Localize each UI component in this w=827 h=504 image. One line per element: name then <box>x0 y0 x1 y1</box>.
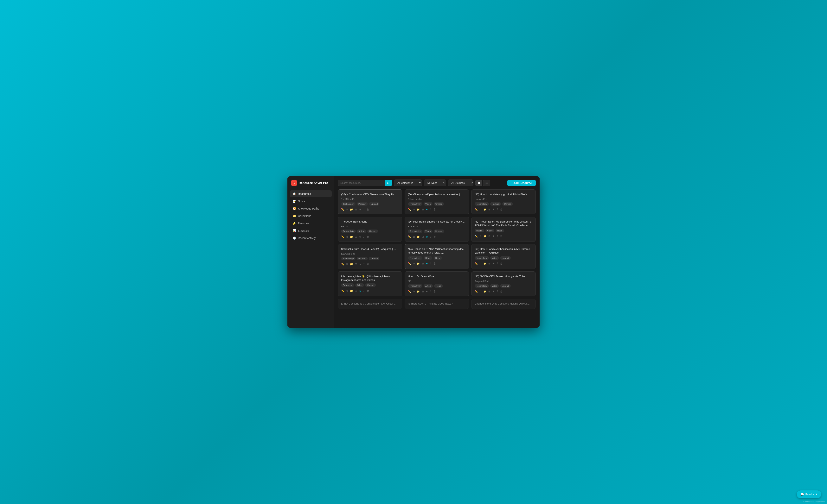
note-icon[interactable]: ⊟ <box>355 263 357 265</box>
sidebar-item-favorites[interactable]: ⭐ Favorites <box>290 220 332 227</box>
folder-icon[interactable]: 📁 <box>483 208 486 211</box>
note-icon[interactable]: ⊟ <box>488 235 490 238</box>
delete-icon[interactable]: 🗑 <box>367 263 369 265</box>
share-icon[interactable]: ⤴ <box>497 262 498 265</box>
edit-icon[interactable]: ✏️ <box>475 208 478 211</box>
sidebar-item-knowledge-paths[interactable]: 🧭 Knowledge Paths <box>290 205 332 212</box>
add-resource-button[interactable]: + Add Resource <box>507 180 536 186</box>
edit-icon[interactable]: ✏️ <box>475 290 478 293</box>
feedback-button[interactable]: 💬 Feedback <box>797 491 821 498</box>
copy-icon[interactable]: ⧉ <box>346 208 348 211</box>
star-icon[interactable]: ★ <box>492 235 495 238</box>
share-icon[interactable]: ⤴ <box>497 290 498 293</box>
copy-icon[interactable]: ⧉ <box>346 263 348 266</box>
resource-card-7[interactable]: Starbucks (with Howard Schultz) - Acquir… <box>338 244 402 269</box>
copy-icon[interactable]: ⧉ <box>413 262 415 265</box>
note-icon[interactable]: ⊟ <box>355 289 357 292</box>
delete-icon[interactable]: 🗑 <box>500 262 502 265</box>
star-icon[interactable]: ★ <box>426 235 428 238</box>
folder-icon[interactable]: 📁 <box>417 262 420 265</box>
copy-icon[interactable]: ⧉ <box>413 290 415 293</box>
sidebar-item-statistics[interactable]: 📊 Statistics <box>290 227 332 234</box>
folder-icon[interactable]: 📁 <box>350 208 353 211</box>
folder-icon[interactable]: 📁 <box>350 235 353 238</box>
delete-icon[interactable]: 🗑 <box>433 262 436 265</box>
folder-icon[interactable]: 📁 <box>483 235 486 238</box>
copy-icon[interactable]: ⧉ <box>480 208 481 211</box>
edit-icon[interactable]: ✏️ <box>408 235 411 238</box>
copy-icon[interactable]: ⧉ <box>480 290 481 293</box>
category-filter[interactable]: All CategoriesTechnologyHealthEducationB… <box>394 180 422 186</box>
note-icon[interactable]: ⊟ <box>488 208 490 211</box>
resource-card-15[interactable]: Change Is the Only Constant: Making Diff… <box>471 299 536 309</box>
resource-card-2[interactable]: (36) Give yourself permission to be crea… <box>404 189 469 214</box>
share-icon[interactable]: ⤴ <box>497 208 498 211</box>
edit-icon[interactable]: ✏️ <box>341 263 344 265</box>
star-icon[interactable]: ★ <box>359 235 361 238</box>
resource-card-5[interactable]: (36) Rick Rubin Shares His Secrets for C… <box>404 217 469 242</box>
folder-icon[interactable]: 📁 <box>417 290 420 293</box>
resource-card-12[interactable]: (36) NVIDIA CEO Jensen Huang - YouTube A… <box>471 271 536 296</box>
copy-icon[interactable]: ⧉ <box>346 289 348 292</box>
share-icon[interactable]: ⤴ <box>363 263 364 265</box>
share-icon[interactable]: ⤴ <box>363 289 364 292</box>
folder-icon[interactable]: 📁 <box>483 290 486 293</box>
type-filter[interactable]: All TypesArticleVideoPodcastOther <box>424 180 446 186</box>
delete-icon[interactable]: 🗑 <box>433 208 436 211</box>
resource-card-1[interactable]: (36) Y Combinator CEO Shares How They Pi… <box>338 189 402 214</box>
star-icon[interactable]: ★ <box>359 208 361 211</box>
folder-icon[interactable]: 📁 <box>350 263 353 265</box>
copy-icon[interactable]: ⧉ <box>413 235 415 239</box>
delete-icon[interactable]: 🗑 <box>433 290 436 293</box>
resource-card-13[interactable]: (38) A Concerto is a Conversation | An O… <box>338 299 402 309</box>
edit-icon[interactable]: ✏️ <box>408 262 411 265</box>
sidebar-item-resources[interactable]: 📋 Resources <box>290 190 332 197</box>
copy-icon[interactable]: ⧉ <box>413 208 415 211</box>
delete-icon[interactable]: 🗑 <box>433 235 436 238</box>
edit-icon[interactable]: ✏️ <box>341 235 344 238</box>
star-icon[interactable]: ★ <box>426 208 428 211</box>
edit-icon[interactable]: ✏️ <box>408 208 411 211</box>
star-icon[interactable]: ★ <box>426 290 428 293</box>
note-icon[interactable]: ⊟ <box>422 290 424 293</box>
search-input[interactable] <box>338 180 385 186</box>
folder-icon[interactable]: 📁 <box>417 235 420 238</box>
share-icon[interactable]: ⤴ <box>497 235 498 238</box>
delete-icon[interactable]: 🗑 <box>500 208 502 211</box>
edit-icon[interactable]: ✏️ <box>341 208 344 211</box>
delete-icon[interactable]: 🗑 <box>500 290 502 293</box>
note-icon[interactable]: ⊟ <box>422 235 424 238</box>
share-icon[interactable]: ⤴ <box>430 262 431 265</box>
resource-card-8[interactable]: Nick Dobos on X: "The MrBeast onboarding… <box>404 244 469 269</box>
share-icon[interactable]: ⤴ <box>363 208 364 211</box>
star-icon[interactable]: ★ <box>492 290 495 293</box>
note-icon[interactable]: ⊟ <box>488 262 490 265</box>
star-icon[interactable]: ★ <box>359 289 361 292</box>
delete-icon[interactable]: 🗑 <box>367 235 369 238</box>
sidebar-item-collections[interactable]: 📁 Collections <box>290 212 332 219</box>
star-icon[interactable]: ★ <box>426 262 428 265</box>
resource-card-10[interactable]: It is the magician ✨ (@ititisthemagician… <box>338 271 402 296</box>
folder-icon[interactable]: 📁 <box>350 289 353 292</box>
list-view-button[interactable] <box>483 180 490 186</box>
edit-icon[interactable]: ✏️ <box>475 235 478 238</box>
resource-card-9[interactable]: (60) How I Handle Authentication in My C… <box>471 244 536 269</box>
grid-view-button[interactable] <box>475 180 482 186</box>
resource-card-11[interactable]: How to Do Great Work /30 ProductivityArt… <box>404 271 469 296</box>
copy-icon[interactable]: ⧉ <box>480 262 481 265</box>
note-icon[interactable]: ⊟ <box>355 235 357 238</box>
note-icon[interactable]: ⊟ <box>488 290 490 293</box>
folder-icon[interactable]: 📁 <box>417 208 420 211</box>
sidebar-item-notes[interactable]: 📝 Notes <box>290 198 332 205</box>
star-icon[interactable]: ★ <box>492 262 495 265</box>
star-icon[interactable]: ★ <box>359 263 361 265</box>
folder-icon[interactable]: 📁 <box>483 262 486 265</box>
delete-icon[interactable]: 🗑 <box>367 208 369 211</box>
sidebar-item-recent-activity[interactable]: 🕐 Recent Activity <box>290 235 332 242</box>
copy-icon[interactable]: ⧉ <box>346 235 348 239</box>
share-icon[interactable]: ⤴ <box>430 208 431 211</box>
resource-card-6[interactable]: (62) Trevor Noah: My Depression Was Link… <box>471 217 536 242</box>
share-icon[interactable]: ⤴ <box>430 235 431 238</box>
edit-icon[interactable]: ✏️ <box>341 289 344 292</box>
status-filter[interactable]: All StatusesReadUnread <box>448 180 474 186</box>
